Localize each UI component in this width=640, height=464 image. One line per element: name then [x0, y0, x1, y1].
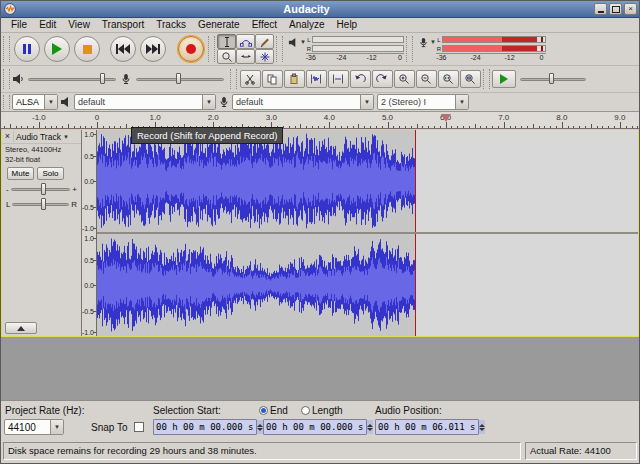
tools-toolbar-grip[interactable] — [208, 36, 215, 62]
end-radio-icon[interactable] — [259, 406, 268, 415]
track-title[interactable]: Audio Track — [14, 132, 61, 142]
fit-selection-button[interactable] — [438, 70, 459, 88]
menu-file[interactable]: File — [5, 18, 33, 32]
paste-button[interactable] — [284, 70, 305, 88]
stop-button[interactable] — [74, 36, 100, 62]
output-volume-thumb[interactable] — [100, 73, 105, 84]
fit-project-button[interactable] — [460, 70, 481, 88]
track-close-button[interactable]: × — [2, 131, 14, 142]
menu-tracks[interactable]: Tracks — [150, 18, 192, 32]
multi-tool-button[interactable] — [255, 49, 274, 64]
vertical-ruler[interactable]: 1.00.50.0-0.5-1.01.00.50.0-0.5-1.0 — [82, 130, 97, 336]
output-device-select[interactable]: default ▼ — [74, 94, 216, 110]
track-control-panel[interactable]: × Audio Track ▼ Stereo, 44100Hz 32-bit f… — [2, 130, 82, 336]
play-at-speed-button[interactable] — [492, 70, 516, 88]
solo-button[interactable]: Solo — [37, 167, 64, 180]
ruler-tick — [626, 126, 627, 128]
input-channels-select[interactable]: 2 (Stereo) I ▼ — [377, 94, 469, 110]
fit-project-icon — [464, 73, 476, 85]
envelope-tool-button[interactable] — [236, 34, 255, 49]
gain-thumb[interactable] — [41, 183, 46, 195]
length-radio-icon[interactable] — [301, 406, 310, 415]
pan-slider[interactable] — [12, 198, 69, 210]
project-rate-select[interactable]: 44100 ▼ — [4, 419, 64, 435]
selection-end-spinner[interactable] — [366, 420, 373, 434]
selection-tool-button[interactable] — [217, 34, 236, 49]
end-radio[interactable]: End — [259, 405, 288, 416]
maximize-button[interactable] — [609, 3, 622, 15]
waveform-channel-right[interactable] — [97, 234, 638, 336]
menu-effect[interactable]: Effect — [246, 18, 283, 32]
play-at-speed-grip[interactable] — [483, 69, 490, 90]
length-radio[interactable]: Length — [301, 405, 343, 416]
undo-button[interactable] — [350, 70, 371, 88]
audio-host-select[interactable]: ALSA ▼ — [12, 94, 58, 110]
play-icon — [52, 43, 62, 55]
minimize-button[interactable] — [594, 3, 607, 15]
silence-button[interactable] — [328, 70, 349, 88]
play-speed-thumb[interactable] — [549, 73, 554, 84]
input-volume-thumb[interactable] — [176, 73, 181, 84]
recording-meter-grip[interactable] — [406, 36, 413, 62]
track-collapse-button[interactable] — [5, 322, 37, 334]
zoom-in-button[interactable] — [394, 70, 415, 88]
play-speed-slider[interactable] — [520, 72, 586, 86]
menu-edit[interactable]: Edit — [33, 18, 62, 32]
meter-scale-label: -24 — [336, 54, 346, 61]
title-bar[interactable]: Audacity × — [1, 1, 639, 18]
device-toolbar-grip[interactable] — [3, 95, 10, 109]
ruler-tick — [120, 126, 121, 128]
play-button[interactable] — [44, 36, 70, 62]
waveform-channel-left[interactable] — [97, 130, 638, 232]
trim-button[interactable] — [306, 70, 327, 88]
redo-button[interactable] — [372, 70, 393, 88]
zoom-tool-button[interactable] — [217, 49, 236, 64]
track-menu-caret-icon[interactable]: ▼ — [63, 134, 69, 140]
zoom-out-button[interactable] — [416, 70, 437, 88]
mute-button[interactable]: Mute — [7, 167, 34, 180]
pause-button[interactable] — [14, 36, 40, 62]
menu-view[interactable]: View — [62, 18, 96, 32]
ruler-time-label: 8.0 — [556, 113, 567, 122]
edit-toolbar-grip[interactable] — [230, 69, 237, 90]
skip-to-start-button[interactable] — [110, 36, 136, 62]
ruler-tick — [388, 122, 389, 128]
ruler-tick — [475, 124, 476, 128]
track-header: × Audio Track ▼ — [2, 130, 81, 144]
playback-meter-scale: -36-24-120 — [306, 53, 404, 63]
selection-start-field[interactable]: 00 h 00 m 00.000 s — [153, 419, 257, 435]
pan-thumb[interactable] — [41, 198, 46, 210]
paste-icon — [288, 73, 300, 85]
selection-start-spinner[interactable] — [256, 420, 263, 434]
snap-to-checkbox[interactable] — [134, 422, 144, 432]
skip-to-end-button[interactable] — [140, 36, 166, 62]
mixer-toolbar-grip[interactable] — [3, 69, 10, 90]
vruler-tick — [93, 311, 96, 312]
menu-analyze[interactable]: Analyze — [283, 18, 331, 32]
playhead-indicator[interactable] — [441, 114, 451, 122]
menu-help[interactable]: Help — [331, 18, 364, 32]
record-button[interactable] — [178, 36, 204, 62]
cut-button[interactable] — [240, 70, 261, 88]
zoom-out-icon — [420, 73, 432, 85]
recording-meter[interactable]: ▼ L R -36-24-120 — [417, 35, 546, 63]
playback-meter[interactable]: ▼ L R -36-24-120 — [287, 35, 404, 63]
ruler-tick — [393, 126, 394, 128]
timeline-ruler[interactable]: -1.001.02.03.04.05.06.07.08.09.0 — [1, 112, 639, 129]
timeshift-tool-button[interactable] — [236, 49, 255, 64]
transport-toolbar-grip[interactable] — [3, 36, 10, 62]
gain-slider[interactable] — [11, 183, 71, 195]
selection-end-field[interactable]: 00 h 00 m 00.000 s — [263, 419, 367, 435]
audio-position-value: 00 h 00 m 06.011 s — [376, 422, 478, 432]
close-button[interactable]: × — [624, 3, 637, 15]
output-volume-slider[interactable] — [28, 72, 116, 86]
input-device-select[interactable]: default ▼ — [232, 94, 374, 110]
audio-position-field[interactable]: 00 h 00 m 06.011 s — [375, 419, 479, 435]
playback-meter-grip[interactable] — [276, 36, 283, 62]
copy-button[interactable] — [262, 70, 283, 88]
menu-transport[interactable]: Transport — [96, 18, 150, 32]
draw-tool-button[interactable] — [255, 34, 274, 49]
menu-generate[interactable]: Generate — [192, 18, 246, 32]
input-volume-slider[interactable] — [136, 72, 224, 86]
audio-position-spinner[interactable] — [478, 420, 485, 434]
